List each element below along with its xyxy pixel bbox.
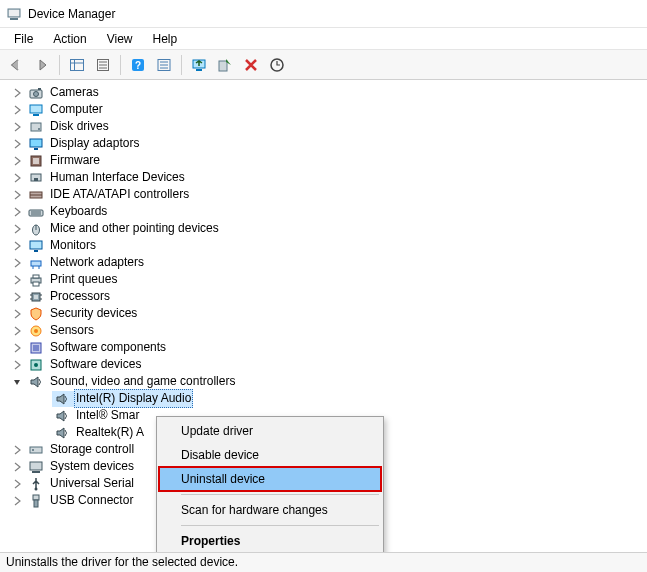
usbconn-icon (28, 493, 44, 509)
tree-node[interactable]: Mice and other pointing devices (8, 220, 647, 237)
svg-rect-3 (71, 59, 84, 70)
chevron-right-icon[interactable] (12, 343, 26, 353)
show-hide-tree-button[interactable] (65, 53, 89, 77)
sensor-icon (28, 323, 44, 339)
swcomp-icon (28, 340, 44, 356)
svg-rect-60 (30, 447, 42, 453)
chevron-right-icon[interactable] (12, 88, 26, 98)
toolbar-separator (59, 55, 60, 75)
svg-point-26 (38, 128, 40, 130)
svg-rect-32 (34, 178, 38, 181)
tree-node[interactable]: Keyboards (8, 203, 647, 220)
chevron-right-icon[interactable] (12, 309, 26, 319)
tree-child-node[interactable]: Intel(R) Display Audio (8, 390, 647, 407)
svg-rect-41 (34, 250, 38, 252)
tree-node[interactable]: Human Interface Devices (8, 169, 647, 186)
menu-view[interactable]: View (97, 30, 143, 48)
icon-wrap (52, 391, 74, 407)
context-menu-item[interactable]: Uninstall device (159, 467, 381, 491)
tree-node[interactable]: Software devices (8, 356, 647, 373)
chevron-right-icon[interactable] (12, 207, 26, 217)
svg-rect-35 (29, 210, 43, 216)
tree-node[interactable]: Security devices (8, 305, 647, 322)
back-button[interactable] (4, 53, 28, 77)
network-icon (28, 255, 44, 271)
context-menu-item[interactable]: Disable device (159, 443, 381, 467)
context-menu-item[interactable]: Properties (159, 529, 381, 553)
svg-point-59 (34, 363, 38, 367)
tree-node[interactable]: Monitors (8, 237, 647, 254)
security-icon (28, 306, 44, 322)
svg-rect-57 (33, 345, 39, 351)
chevron-right-icon[interactable] (12, 445, 26, 455)
svg-rect-66 (34, 500, 38, 507)
forward-button[interactable] (30, 53, 54, 77)
context-menu-item[interactable]: Scan for hardware changes (159, 498, 381, 522)
svg-point-61 (32, 449, 34, 451)
menu-action[interactable]: Action (43, 30, 96, 48)
chevron-right-icon[interactable] (12, 224, 26, 234)
chevron-right-icon[interactable] (12, 462, 26, 472)
context-menu-item-label: Uninstall device (181, 472, 265, 486)
chevron-right-icon[interactable] (12, 360, 26, 370)
update-driver-button[interactable] (187, 53, 211, 77)
chevron-right-icon[interactable] (12, 275, 26, 285)
context-menu-item-label: Properties (181, 534, 240, 548)
scan-hardware-button[interactable] (265, 53, 289, 77)
svg-rect-1 (10, 18, 18, 20)
menu-file[interactable]: File (4, 30, 43, 48)
tree-node-label: Mice and other pointing devices (48, 220, 221, 237)
tree-node[interactable]: IDE ATA/ATAPI controllers (8, 186, 647, 203)
icon-wrap (52, 408, 74, 424)
svg-point-64 (35, 487, 38, 490)
tree-node[interactable]: Sound, video and game controllers (8, 373, 647, 390)
chevron-right-icon[interactable] (12, 326, 26, 336)
help-button[interactable]: ? (126, 53, 150, 77)
tree-node[interactable]: Network adapters (8, 254, 647, 271)
printer-icon (28, 272, 44, 288)
svg-rect-18 (219, 61, 227, 71)
enable-button[interactable] (213, 53, 237, 77)
status-text: Uninstalls the driver for the selected d… (6, 555, 238, 569)
toolbar: ? (0, 50, 647, 80)
menu-help[interactable]: Help (143, 30, 188, 48)
tree-node[interactable]: Computer (8, 101, 647, 118)
tree-node-label: Intel(R) Display Audio (74, 389, 193, 408)
tree-node[interactable]: Disk drives (8, 118, 647, 135)
chevron-right-icon[interactable] (12, 156, 26, 166)
uninstall-button[interactable] (239, 53, 263, 77)
chevron-right-icon[interactable] (12, 496, 26, 506)
svg-rect-24 (33, 114, 39, 116)
swdev-icon (28, 357, 44, 373)
chevron-right-icon[interactable] (12, 105, 26, 115)
chevron-right-icon[interactable] (12, 258, 26, 268)
toolbar-separator (181, 55, 182, 75)
tree-node-label: Monitors (48, 237, 98, 254)
sound-icon (54, 425, 70, 441)
chevron-right-icon[interactable] (12, 173, 26, 183)
chevron-right-icon[interactable] (12, 479, 26, 489)
properties-button[interactable] (91, 53, 115, 77)
tree-node[interactable]: Sensors (8, 322, 647, 339)
chevron-down-icon[interactable] (12, 377, 26, 387)
tree-node[interactable]: Processors (8, 288, 647, 305)
sound-icon (54, 391, 70, 407)
tree-node[interactable]: Software components (8, 339, 647, 356)
keyboard-icon (28, 204, 44, 220)
chevron-right-icon[interactable] (12, 241, 26, 251)
tree-node[interactable]: Display adaptors (8, 135, 647, 152)
tree-node[interactable]: Cameras (8, 84, 647, 101)
chevron-right-icon[interactable] (12, 190, 26, 200)
tree-node-label: Intel® Smar (74, 407, 142, 424)
ide-icon (28, 187, 44, 203)
svg-rect-47 (33, 282, 39, 286)
tree-node[interactable]: Firmware (8, 152, 647, 169)
chevron-right-icon[interactable] (12, 122, 26, 132)
tree-node[interactable]: Print queues (8, 271, 647, 288)
context-menu-item[interactable]: Update driver (159, 419, 381, 443)
sound-icon (54, 408, 70, 424)
chevron-right-icon[interactable] (12, 292, 26, 302)
svg-rect-27 (30, 139, 42, 147)
chevron-right-icon[interactable] (12, 139, 26, 149)
list-button[interactable] (152, 53, 176, 77)
